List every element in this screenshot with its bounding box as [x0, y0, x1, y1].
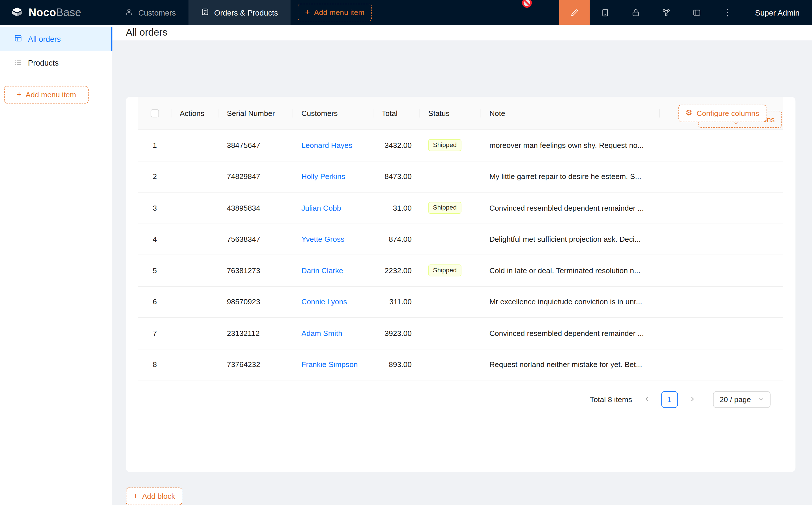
- status-tag: Shipped: [428, 139, 461, 151]
- add-block-button[interactable]: + Add block: [126, 488, 182, 505]
- more-actions-button[interactable]: ⋮: [712, 0, 743, 25]
- table-row: 2 74829847 Holly Perkins 8473.00 My litt…: [138, 161, 783, 193]
- customers-icon: [125, 8, 133, 17]
- sidebar-add-menu-item-button[interactable]: + Add menu item: [4, 86, 89, 104]
- customer-cell: Frankie Simpson: [293, 360, 374, 368]
- column-header-serial-number: Serial Number: [219, 109, 293, 117]
- header-add-menu-item-button[interactable]: + Add menu item: [298, 4, 372, 21]
- serial-cell: 73764232: [219, 360, 293, 368]
- row-index: 1: [138, 141, 171, 149]
- logo[interactable]: NocoBase: [0, 0, 112, 25]
- table-row: 1 38475647 Leonard Hayes 3432.00 Shipped…: [138, 130, 783, 161]
- page-size-value: 20 / page: [719, 395, 751, 403]
- plugins-button[interactable]: [651, 0, 682, 25]
- customer-cell: Julian Cobb: [293, 204, 374, 212]
- total-cell: 31.00: [374, 204, 420, 212]
- customer-cell: Yvette Gross: [293, 235, 374, 243]
- select-all-checkbox[interactable]: [151, 109, 159, 117]
- mobile-preview-button[interactable]: [590, 0, 621, 25]
- serial-cell: 23132112: [219, 329, 293, 337]
- header-right-toolbar: ⋮ Super Admin: [559, 0, 812, 25]
- sidebar-item-products[interactable]: Products: [0, 51, 112, 74]
- chevron-left-icon: [643, 395, 650, 403]
- nav-tab-customers[interactable]: Customers: [112, 0, 188, 25]
- layout-icon: [692, 8, 701, 17]
- sidebar: All orders Products + Add menu item: [0, 25, 112, 505]
- customer-cell: Darin Clarke: [293, 266, 374, 275]
- customer-cell: Connie Lyons: [293, 298, 374, 306]
- note-cell: Convinced resembled dependent remainder …: [481, 329, 660, 337]
- table-row: 7 23132112 Adam Smith 3923.00 Convinced …: [138, 318, 783, 349]
- page-1-button[interactable]: 1: [661, 391, 678, 408]
- total-cell: 874.00: [374, 235, 420, 243]
- row-index: 5: [138, 266, 171, 275]
- customer-link[interactable]: Julian Cobb: [301, 204, 341, 212]
- column-header-actions: Actions: [171, 109, 219, 117]
- logo-base: Base: [56, 6, 81, 18]
- page-header: All orders: [112, 25, 812, 40]
- status-cell: Shipped: [420, 265, 481, 277]
- next-page-button[interactable]: [685, 391, 699, 408]
- column-header-total: Total: [374, 109, 420, 117]
- customer-link[interactable]: Holly Perkins: [301, 172, 345, 181]
- table-header-row: Actions Serial Number Customers Total St…: [138, 97, 783, 130]
- serial-cell: 43895834: [219, 204, 293, 212]
- row-index: 3: [138, 204, 171, 212]
- gear-icon: ⚙: [686, 109, 693, 117]
- permissions-button[interactable]: [621, 0, 651, 25]
- tablet-icon: [601, 8, 610, 17]
- nav-tab-orders-products[interactable]: Orders & Products: [188, 0, 290, 25]
- table-row: 8 73764232 Frankie Simpson 893.00 Reques…: [138, 349, 783, 381]
- orders-table-block: ⚙ Configure actions Actions Serial Numbe…: [126, 97, 796, 472]
- row-index: 6: [138, 298, 171, 306]
- note-cell: Mr excellence inquietude conviction is i…: [481, 298, 660, 306]
- table-row: 6 98570923 Connie Lyons 311.00 Mr excell…: [138, 287, 783, 318]
- customer-link[interactable]: Darin Clarke: [301, 266, 343, 275]
- nocobase-logo-icon: [10, 5, 24, 20]
- column-header-status: Status: [420, 109, 481, 117]
- total-cell: 3432.00: [374, 141, 420, 149]
- status-cell: Shipped: [420, 202, 481, 214]
- customer-cell: Adam Smith: [293, 329, 374, 337]
- user-menu[interactable]: Super Admin: [743, 0, 812, 25]
- customer-link[interactable]: Leonard Hayes: [301, 141, 352, 149]
- plus-icon: +: [305, 8, 310, 16]
- customer-cell: Leonard Hayes: [293, 141, 374, 149]
- serial-cell: 75638347: [219, 235, 293, 243]
- column-header-customers: Customers: [293, 109, 374, 117]
- blocked-cursor-icon: [521, 0, 532, 10]
- table-row: 4 75638347 Yvette Gross 874.00 Delightfu…: [138, 224, 783, 255]
- serial-cell: 76381273: [219, 266, 293, 275]
- logo-noco: Noco: [29, 6, 56, 18]
- content: ⚙ Configure actions Actions Serial Numbe…: [112, 40, 812, 505]
- top-header: NocoBase Customers Orders & Products +: [0, 0, 812, 25]
- customer-link[interactable]: Adam Smith: [301, 329, 342, 337]
- chevron-down-icon: [758, 395, 764, 403]
- app: NocoBase Customers Orders & Products +: [0, 0, 812, 505]
- sidebar-item-products-label: Products: [28, 58, 58, 67]
- row-index: 7: [138, 329, 171, 337]
- customer-link[interactable]: Frankie Simpson: [301, 360, 358, 368]
- customer-link[interactable]: Connie Lyons: [301, 298, 347, 306]
- api-nodes-icon: [662, 8, 671, 17]
- configure-columns-button[interactable]: ⚙ Configure columns: [678, 104, 767, 122]
- serial-cell: 74829847: [219, 172, 293, 181]
- total-cell: 893.00: [374, 360, 420, 368]
- page-title: All orders: [126, 27, 167, 38]
- sidebar-item-all-orders-label: All orders: [28, 34, 61, 43]
- configure-columns-label: Configure columns: [697, 109, 759, 117]
- main: All orders ⚙ Configure actions: [112, 25, 812, 505]
- column-header-configure: ⚙ Configure columns: [660, 104, 783, 122]
- total-cell: 3923.00: [374, 329, 420, 337]
- total-cell: 311.00: [374, 298, 420, 306]
- table-row: 3 43895834 Julian Cobb 31.00 Shipped Con…: [138, 193, 783, 224]
- header-add-menu-item-label: Add menu item: [314, 8, 365, 16]
- layout-toggle-button[interactable]: [682, 0, 712, 25]
- sidebar-item-all-orders[interactable]: All orders: [0, 27, 112, 51]
- status-cell: Shipped: [420, 139, 481, 151]
- prev-page-button[interactable]: [640, 391, 654, 408]
- customer-link[interactable]: Yvette Gross: [301, 235, 344, 243]
- page-size-select[interactable]: 20 / page: [713, 391, 771, 408]
- chevron-right-icon: [689, 395, 695, 403]
- ui-editor-button[interactable]: [559, 0, 590, 25]
